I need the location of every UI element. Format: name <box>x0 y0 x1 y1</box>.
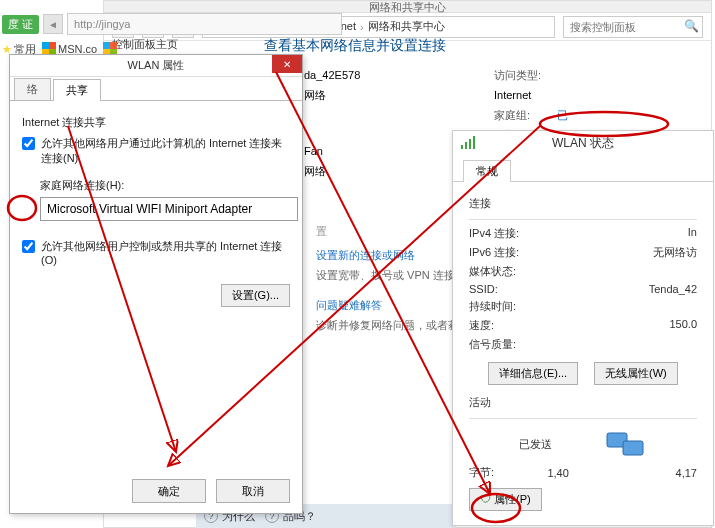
bytes-label: 字节: <box>469 465 494 480</box>
speed-value: 150.0 <box>669 318 697 333</box>
browser-back-button[interactable]: ◄ <box>43 14 63 34</box>
cert-badge: 度 证 <box>2 15 39 34</box>
tab-networking[interactable]: 络 <box>14 78 51 100</box>
wireless-props-button[interactable]: 无线属性(W) <box>594 362 678 385</box>
bytes-sent: 1,40 <box>547 467 568 479</box>
dialog-button-row: 确定 取消 <box>132 479 290 503</box>
cancel-button[interactable]: 取消 <box>216 479 290 503</box>
properties-button-label: 属性(P) <box>494 493 531 505</box>
bytes-recv: 4,17 <box>676 467 697 479</box>
url-field[interactable] <box>67 13 342 35</box>
signal-label: 信号质量: <box>469 337 516 352</box>
tab-general[interactable]: 常规 <box>463 160 511 182</box>
cp-window-title: 网络和共享中心 <box>369 0 446 15</box>
allow-share-checkbox[interactable] <box>22 137 35 150</box>
section-activity: 活动 <box>469 395 697 410</box>
wlan-status-window: WLAN 状态 常规 连接 IPv4 连接:In IPv6 连接:无网络访 媒体… <box>452 130 714 526</box>
details-button[interactable]: 详细信息(E)... <box>488 362 578 385</box>
cp-search-wrap: 🔍 <box>563 16 703 38</box>
home-conn-label: 家庭网络连接(H): <box>40 178 290 193</box>
speed-label: 速度: <box>469 318 494 333</box>
close-icon: ✕ <box>283 59 291 70</box>
net-type-2: 网络 <box>304 165 326 177</box>
ipv6-label: IPv6 连接: <box>469 245 519 260</box>
search-icon: 🔍 <box>684 19 699 33</box>
breadcrumb-seg3[interactable]: 网络和共享中心 <box>368 19 445 34</box>
status-title: WLAN 状态 <box>453 131 713 158</box>
allow-control-label: 允许其他网络用户控制或禁用共享的 Internet 连接(O) <box>41 239 290 266</box>
tab-strip: 络 共享 <box>10 77 302 101</box>
status-tab-strip: 常规 <box>453 158 713 182</box>
section-connection: 连接 <box>469 196 697 211</box>
properties-button[interactable]: 🛡 属性(P) <box>469 488 542 511</box>
access-type-label: 访问类型: <box>494 65 554 85</box>
cp-search-input[interactable] <box>563 16 703 38</box>
allow-control-checkbox[interactable] <box>22 240 35 253</box>
network-info-panel: da_42E578 网络 访问类型: Internet 家庭组: 已加入 连接:… <box>304 65 360 181</box>
dialog-titlebar: WLAN 属性 ✕ <box>10 55 302 77</box>
allow-share-label: 允许其他网络用户通过此计算机的 Internet 连接来连接(N) <box>41 136 290 166</box>
media-label: 媒体状态: <box>469 264 516 279</box>
svg-rect-1 <box>623 441 643 455</box>
wlan-properties-dialog: WLAN 属性 ✕ 络 共享 Internet 连接共享 允许其他网络用户通过此… <box>9 54 303 514</box>
dialog-title: WLAN 属性 <box>128 58 185 73</box>
browser-toolbar: 度 证 ◄ <box>2 12 342 36</box>
breadcrumb-sep-icon: › <box>356 21 368 33</box>
sent-label: 已发送 <box>519 437 552 452</box>
shield-icon: 🛡 <box>480 493 491 505</box>
ipv4-label: IPv4 连接: <box>469 226 519 241</box>
dialog-body: Internet 连接共享 允许其他网络用户通过此计算机的 Internet 连… <box>10 101 302 292</box>
signal-bars-icon <box>461 135 477 149</box>
ics-settings-button[interactable]: 设置(G)... <box>221 284 290 307</box>
ssid-value: Tenda_42 <box>649 283 697 295</box>
ics-group-label: Internet 连接共享 <box>22 115 290 130</box>
tab-sharing[interactable]: 共享 <box>53 79 101 101</box>
status-body: 连接 IPv4 连接:In IPv6 连接:无网络访 媒体状态: SSID:Te… <box>453 182 713 521</box>
activity-monitor-icon <box>603 427 647 461</box>
ipv6-value: 无网络访 <box>653 245 697 260</box>
net-name-2: Fan <box>304 145 323 157</box>
setup-line-icon: 置 <box>316 225 327 237</box>
ipv4-value: In <box>688 226 697 241</box>
net-type: 网络 <box>304 89 326 101</box>
ssid-label: SSID: <box>469 283 498 295</box>
homegroup-label: 家庭组: <box>494 105 554 125</box>
home-conn-combo[interactable] <box>40 197 298 221</box>
close-button[interactable]: ✕ <box>272 55 302 73</box>
net-name: da_42E578 <box>304 69 360 81</box>
access-type-value: Internet <box>494 89 531 101</box>
cp-heading: 查看基本网络信息并设置连接 <box>264 37 446 55</box>
ok-button[interactable]: 确定 <box>132 479 206 503</box>
duration-label: 持续时间: <box>469 299 516 314</box>
cp-subheader[interactable]: 控制面板主页 <box>112 37 178 52</box>
